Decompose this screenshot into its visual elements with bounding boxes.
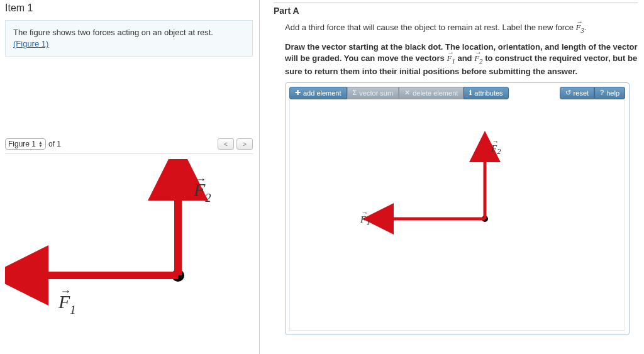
applet-toolbar: ✚add element Σvector sum ✕delete element… [289,87,625,99]
figure-1-svg [5,159,253,354]
reset-button[interactable]: ↺reset [560,87,594,99]
delete-element-button[interactable]: ✕delete element [399,87,464,99]
figure-next-button[interactable]: > [236,138,253,150]
plus-icon: ✚ [295,89,301,96]
figure-label-f1: F1 [58,291,76,316]
figure-label-f2: F2 [194,179,211,204]
canvas-svg [290,99,626,331]
add-element-button[interactable]: ✚add element [289,87,347,99]
stepper-icon: ▲▼ [38,141,43,147]
part-question: Add a third force that will cause the ob… [285,22,638,35]
right-column: Part A Add a third force that will cause… [260,0,644,354]
figure-link[interactable]: (Figure 1) [13,39,48,48]
attributes-button[interactable]: ℹattributes [464,87,508,99]
left-column: Item 1 The figure shows two forces actin… [0,0,260,354]
canvas-label-f2: F2 [491,143,501,157]
figure-prev-button[interactable]: < [218,138,234,150]
sigma-icon: Σ [353,89,357,96]
info-icon: ℹ [469,89,472,96]
item-title: Item 1 [5,3,253,14]
figure-area: F2 F1 [5,153,253,354]
part-instructions: Draw the vector starting at the black do… [285,41,638,77]
figure-select[interactable]: Figure 1 ▲▼ [5,138,46,150]
drawing-applet: ✚add element Σvector sum ✕delete element… [285,82,630,335]
reset-icon: ↺ [565,89,571,96]
part-label: Part A [274,3,638,16]
figure-select-label: Figure 1 [8,140,36,148]
prompt-box: The figure shows two forces acting on an… [5,20,253,57]
prompt-text: The figure shows two forces acting on an… [13,28,213,37]
drawing-canvas[interactable]: F1 F2 [289,99,625,331]
x-icon: ✕ [404,89,410,96]
vector-sum-button[interactable]: Σvector sum [347,87,399,99]
figure-of-text: of 1 [48,140,61,148]
figure-paginator: Figure 1 ▲▼ of 1 < > [5,138,253,150]
help-button[interactable]: ?help [594,87,625,99]
canvas-label-f1: F1 [360,214,370,228]
help-icon: ? [600,89,604,96]
